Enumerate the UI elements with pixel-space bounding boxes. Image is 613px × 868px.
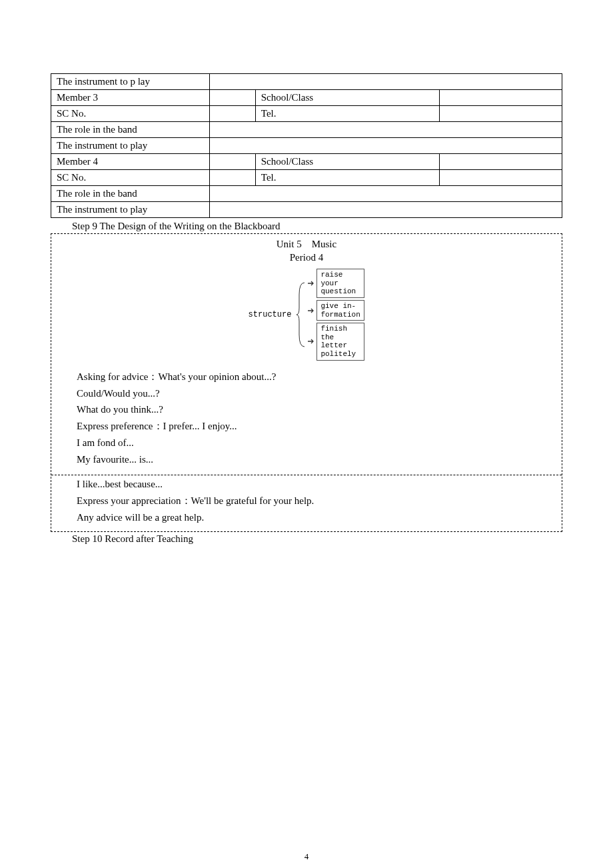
bb-line: Asking for advice：What's your opinion ab… bbox=[77, 370, 536, 385]
table-row: The instrument to play bbox=[51, 138, 562, 154]
cell-label: School/Class bbox=[255, 154, 439, 170]
structure-label: structure bbox=[249, 310, 292, 319]
blackboard-box: Unit 5 Music Period 4 structure raise yo… bbox=[51, 233, 562, 532]
cell-label: Tel. bbox=[255, 170, 439, 186]
bb-line: What do you think...? bbox=[77, 403, 536, 417]
table-row: SC No. Tel. bbox=[51, 170, 562, 186]
cell-label: The instrument to p lay bbox=[51, 74, 210, 90]
cell-label: The instrument to play bbox=[51, 138, 210, 154]
cell-value bbox=[439, 106, 562, 122]
blackboard-subtitle: Period 4 bbox=[51, 252, 562, 269]
cell-value bbox=[209, 90, 255, 106]
table-row: Member 3 School/Class bbox=[51, 90, 562, 106]
cell-label: The instrument to play bbox=[51, 202, 210, 218]
cell-value bbox=[209, 186, 562, 202]
cell-value bbox=[209, 202, 562, 218]
bb-line: I like...best because... bbox=[77, 477, 536, 492]
bb-line: Express your appreciation：We'll be grate… bbox=[77, 494, 536, 509]
cell-value bbox=[209, 154, 255, 170]
blackboard-divider bbox=[51, 475, 562, 475]
structure-item: finish the letter politely bbox=[316, 323, 364, 361]
structure-item: raise your question bbox=[316, 269, 364, 298]
blackboard-content-lower: I like...best because... Express your ap… bbox=[51, 477, 562, 531]
page-number: 4 bbox=[51, 851, 562, 862]
pointer-icon bbox=[307, 280, 315, 287]
pointer-icon bbox=[307, 307, 315, 314]
blackboard-title: Unit 5 Music bbox=[51, 234, 562, 252]
table-row: The role in the band bbox=[51, 186, 562, 202]
bb-line: Any advice will be a great help. bbox=[77, 511, 536, 525]
bb-line: Express preference：I prefer... I enjoy..… bbox=[77, 419, 536, 434]
structure-items: raise your question give in-formation fi… bbox=[307, 269, 364, 361]
cell-label: The role in the band bbox=[51, 186, 210, 202]
cell-label: Member 3 bbox=[51, 90, 210, 106]
cell-value bbox=[209, 106, 255, 122]
table-row: The instrument to play bbox=[51, 202, 562, 218]
cell-value bbox=[209, 138, 562, 154]
cell-value bbox=[439, 90, 562, 106]
table-row: SC No. Tel. bbox=[51, 106, 562, 122]
structure-diagram: structure raise your question give in-fo… bbox=[51, 269, 562, 361]
member-table: The instrument to p lay Member 3 School/… bbox=[51, 73, 562, 218]
brace-icon bbox=[295, 281, 307, 348]
table-row: Member 4 School/Class bbox=[51, 154, 562, 170]
structure-item: give in-formation bbox=[316, 300, 364, 321]
table-row: The role in the band bbox=[51, 122, 562, 138]
cell-value bbox=[439, 154, 562, 170]
blackboard-content-upper: Asking for advice：What's your opinion ab… bbox=[51, 370, 562, 473]
step-10-heading: Step 10 Record after Teaching bbox=[51, 533, 562, 545]
bb-line: I am fond of... bbox=[77, 436, 536, 451]
bb-line: Could/Would you...? bbox=[77, 387, 536, 401]
cell-label: SC No. bbox=[51, 106, 210, 122]
cell-label: Tel. bbox=[255, 106, 439, 122]
cell-label: SC No. bbox=[51, 170, 210, 186]
bb-line: My favourite... is... bbox=[77, 453, 536, 467]
cell-label: Member 4 bbox=[51, 154, 210, 170]
cell-label: School/Class bbox=[255, 90, 439, 106]
step-9-heading: Step 9 The Design of the Writing on the … bbox=[51, 221, 562, 232]
cell-label: The role in the band bbox=[51, 122, 210, 138]
cell-value bbox=[209, 170, 255, 186]
table-row: The instrument to p lay bbox=[51, 74, 562, 90]
cell-value bbox=[209, 122, 562, 138]
pointer-icon bbox=[307, 338, 315, 345]
cell-value bbox=[209, 74, 562, 90]
cell-value bbox=[439, 170, 562, 186]
